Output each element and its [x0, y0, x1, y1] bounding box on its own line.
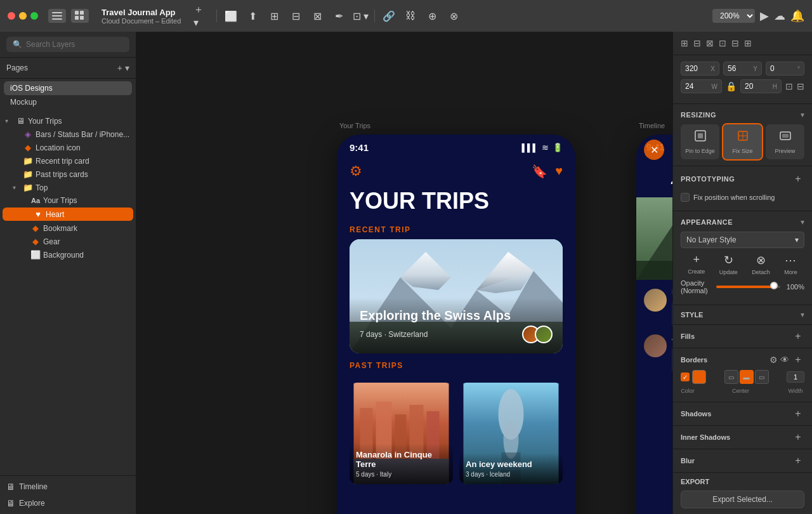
- nav-item-explore[interactable]: 🖥 Explore: [0, 495, 136, 511]
- sidebar-toggle-button[interactable]: [48, 9, 66, 23]
- bookmark-icon[interactable]: 🔖: [532, 164, 547, 179]
- search-input-wrapper[interactable]: 🔍: [6, 37, 129, 52]
- resizing-toggle[interactable]: ▾: [801, 110, 804, 119]
- layer-name: Recent trip card: [36, 157, 131, 166]
- appearance-toggle[interactable]: ▾: [801, 218, 804, 227]
- align-center-h-icon[interactable]: ⊟: [692, 37, 702, 49]
- align-left-icon[interactable]: ⊞: [679, 37, 690, 49]
- path-tool[interactable]: ✒: [330, 8, 348, 23]
- layer-location-icon[interactable]: ◆ Location icon: [0, 141, 136, 154]
- search-layers-input[interactable]: [26, 40, 123, 49]
- add-prototype-button[interactable]: +: [792, 173, 804, 185]
- upload-tool[interactable]: ⬆: [244, 8, 261, 23]
- cloud-button[interactable]: ☁: [774, 9, 785, 23]
- layer-style-select[interactable]: No Layer Style ▾: [681, 232, 804, 248]
- layer-your-trips[interactable]: ▾ 🖥 Your Trips: [0, 114, 136, 128]
- search-bar: 🔍: [0, 32, 136, 58]
- minimize-button[interactable]: [19, 12, 27, 20]
- layer-status-bar[interactable]: ◈ Bars / Status Bar / iPhone...: [0, 128, 136, 141]
- recent-trip-card[interactable]: Exploring the Swiss Alps 7 days · Switze…: [350, 239, 563, 353]
- border-color-swatch[interactable]: [692, 370, 706, 384]
- layer-top[interactable]: ▾ 📁 Top: [0, 181, 136, 194]
- align-bottom-icon[interactable]: ⊞: [743, 37, 753, 49]
- pin-to-edge-button[interactable]: Pin to Edge: [681, 124, 719, 159]
- layer-recent-trip-card[interactable]: 📁 Recent trip card: [0, 154, 136, 168]
- border-width-input[interactable]: 1: [787, 371, 804, 383]
- layer-your-trips-text[interactable]: Aa Your Trips: [0, 194, 136, 207]
- preview-button[interactable]: Preview: [766, 124, 804, 159]
- play-button[interactable]: ▶: [760, 9, 769, 23]
- add-page-icon[interactable]: +: [117, 63, 122, 73]
- w-field[interactable]: 24 W: [681, 79, 722, 93]
- detach-style-button[interactable]: ⊗ Detach: [752, 253, 770, 275]
- past-card-2[interactable]: An icey weekend 3 days · Iceland: [459, 383, 563, 484]
- fix-size-button[interactable]: Fix Size: [723, 124, 762, 159]
- distribute-tool[interactable]: ⊞: [265, 8, 283, 23]
- add-blur-button[interactable]: +: [792, 454, 804, 467]
- h-field[interactable]: 20 H: [740, 79, 782, 93]
- align-center-v-icon[interactable]: ⊟: [730, 37, 740, 49]
- your-trips-canvas-label: Your Trips: [339, 122, 370, 129]
- add-fill-button[interactable]: +: [792, 330, 804, 343]
- grid-toggle-button[interactable]: [71, 9, 89, 23]
- card-overlay: Exploring the Swiss Alps 7 days · Switze…: [350, 298, 563, 353]
- align-right-icon[interactable]: ⊠: [705, 37, 715, 49]
- component-tool[interactable]: ⊕: [423, 8, 441, 23]
- fullscreen-button[interactable]: [30, 12, 38, 20]
- border-inside-button[interactable]: ▭: [724, 370, 738, 384]
- page-item-mockup[interactable]: Mockup: [4, 95, 132, 109]
- add-border-button[interactable]: +: [792, 353, 804, 366]
- layer-heart[interactable]: ♥ Heart: [3, 208, 133, 221]
- border-checkbox[interactable]: ✓: [681, 372, 690, 381]
- avatar-2: [535, 326, 553, 343]
- layer-gear[interactable]: ◆ Gear: [0, 235, 136, 248]
- add-shadow-button[interactable]: +: [792, 407, 804, 420]
- link2-tool[interactable]: ⛓: [402, 8, 419, 23]
- border-center-button[interactable]: ▬: [740, 370, 754, 384]
- more-style-button[interactable]: ⋯ More: [784, 253, 797, 275]
- toolbar-actions: ＋ ▾ ⬜ ⬆ ⊞ ⊟ ⊠ ✒ ⊡ ▾ 🔗 ⛓ ⊕ ⊗: [193, 8, 462, 23]
- transform-tool[interactable]: ⊠: [308, 8, 326, 23]
- layer-past-trips-cards[interactable]: 📁 Past trips cards: [0, 168, 136, 181]
- close-button[interactable]: [8, 12, 15, 20]
- mask-tool[interactable]: ⊟: [287, 8, 304, 23]
- page-item-ios-designs[interactable]: iOS Designs: [4, 81, 132, 95]
- nav-label: Explore: [19, 499, 45, 508]
- gear-icon[interactable]: ⚙: [350, 163, 362, 180]
- past-card-1[interactable]: Manarola in Cinque Terre 5 days · Italy: [350, 383, 453, 484]
- angle-field[interactable]: 0 °: [766, 62, 804, 76]
- update-style-button[interactable]: ↻ Update: [719, 253, 738, 275]
- zoom-select[interactable]: 200% 100% 50%: [712, 9, 755, 23]
- border-outside-button[interactable]: ▭: [755, 370, 769, 384]
- layer-background[interactable]: ⬜ Background: [0, 248, 136, 261]
- pin-to-edge-icon: [694, 129, 707, 145]
- fix-position-checkbox[interactable]: [681, 193, 690, 202]
- layer-bookmark[interactable]: ◆ Bookmark: [0, 221, 136, 235]
- align-top-icon[interactable]: ⊡: [717, 37, 728, 49]
- export-selected-button[interactable]: Export Selected...: [681, 491, 804, 508]
- timeline-close-button[interactable]: ✕: [644, 140, 664, 160]
- svg-rect-30: [698, 133, 703, 138]
- y-field[interactable]: 56 Y: [723, 62, 762, 76]
- flip-icon[interactable]: ⊟: [797, 81, 804, 91]
- pages-actions[interactable]: + ▾: [117, 63, 129, 73]
- frame-tool[interactable]: ⬜: [222, 8, 240, 23]
- more-tool[interactable]: ⊗: [445, 8, 462, 23]
- border-settings-icon[interactable]: ⚙: [769, 355, 778, 365]
- style-toggle[interactable]: ▾: [801, 310, 804, 319]
- add-button[interactable]: ＋ ▾: [193, 8, 211, 23]
- notification-button[interactable]: 🔔: [790, 9, 804, 23]
- border-eye-icon[interactable]: 👁: [780, 355, 789, 365]
- add-inner-shadow-button[interactable]: +: [792, 431, 804, 444]
- nav-item-timeline[interactable]: 🖥 Timeline: [0, 478, 136, 495]
- scale-icon[interactable]: ⊡: [785, 81, 793, 91]
- create-style-button[interactable]: + Create: [688, 253, 705, 275]
- resize-tool[interactable]: ⊡ ▾: [351, 8, 369, 23]
- link-tool[interactable]: 🔗: [380, 8, 398, 23]
- opacity-slider[interactable]: [716, 286, 780, 288]
- lock-icon[interactable]: 🔒: [726, 81, 737, 91]
- chevron-down-icon[interactable]: ▾: [125, 63, 129, 73]
- canvas[interactable]: Your Trips Timeline 9:41 ▌▌▌ ≋ 🔋 ⚙ 🔖 ♥: [136, 32, 672, 514]
- heart-icon[interactable]: ♥: [555, 164, 563, 179]
- x-field[interactable]: 320 X: [681, 62, 719, 76]
